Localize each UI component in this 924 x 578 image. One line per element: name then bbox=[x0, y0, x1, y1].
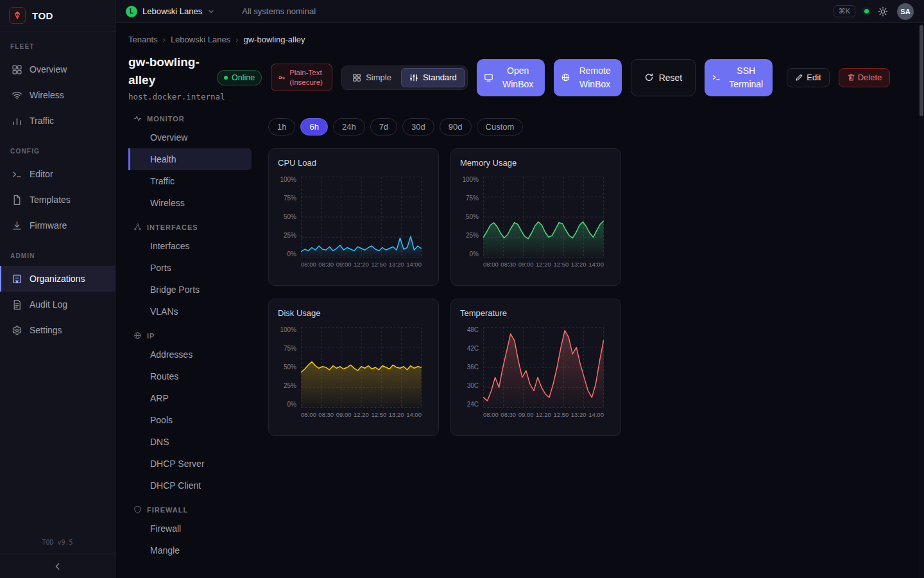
tenant-switcher[interactable]: L Lebowski Lanes bbox=[126, 6, 215, 17]
reset-label: Reset bbox=[659, 73, 683, 83]
subnav-item-pools[interactable]: Pools bbox=[128, 409, 252, 431]
subnav-section-text: MONITOR bbox=[147, 115, 185, 123]
scrollbar-thumb[interactable] bbox=[920, 25, 923, 116]
x-tick-label: 08:00 bbox=[301, 411, 316, 418]
delete-button[interactable]: Delete bbox=[839, 68, 891, 87]
x-tick-label: 12:50 bbox=[553, 411, 569, 418]
sidebar-item-wireless[interactable]: Wireless bbox=[0, 82, 115, 108]
audit-icon bbox=[12, 299, 22, 310]
subnav-item-addresses[interactable]: Addresses bbox=[128, 344, 252, 365]
x-axis-labels: 08:0008:3009:0012:2012:5013:2014:00 bbox=[301, 411, 422, 418]
theme-toggle-sun-icon[interactable] bbox=[878, 6, 888, 17]
sidebar-item-templates[interactable]: Templates bbox=[0, 187, 115, 213]
top-bar-actions: ⌘K SA bbox=[834, 3, 914, 20]
subnav-item-traffic[interactable]: Traffic bbox=[128, 170, 252, 192]
x-tick-label: 09:00 bbox=[336, 411, 352, 418]
sidebar-item-audit-log[interactable]: Audit Log bbox=[0, 292, 115, 317]
open-winbox-label: Open WinBox bbox=[499, 64, 538, 91]
subnav-item-mangle[interactable]: Mangle bbox=[128, 539, 252, 561]
y-tick-label: 0% bbox=[287, 401, 296, 408]
subnav-item-ports[interactable]: Ports bbox=[128, 257, 252, 279]
sidebar-item-traffic[interactable]: Traffic bbox=[0, 108, 115, 134]
shield-icon bbox=[133, 505, 142, 514]
subnav-item-routes[interactable]: Routes bbox=[128, 365, 252, 387]
subnav-item-dhcp-server[interactable]: DHCP Server bbox=[128, 453, 252, 475]
breadcrumb-item-gw-bowling-alley: gw-bowling-alley bbox=[243, 35, 305, 44]
subnav-section-label-interfaces: INTERFACES bbox=[133, 223, 252, 231]
chart-card-temperature: Temperature48C42C36C30C24C08:0008:3009:0… bbox=[450, 299, 621, 436]
sidebar-item-organizations[interactable]: Organizations bbox=[0, 266, 115, 292]
sidebar-item-editor[interactable]: Editor bbox=[0, 161, 115, 187]
chart-plot bbox=[483, 177, 604, 258]
mode-standard-button[interactable]: Standard bbox=[401, 68, 465, 87]
page-title: gw-bowling-alley bbox=[128, 53, 208, 89]
subnav-section-label-firewall: FIREWALL bbox=[133, 505, 252, 514]
subnav-section-text: INTERFACES bbox=[147, 223, 198, 231]
app-logo bbox=[9, 7, 26, 24]
subnav-item-interfaces[interactable]: Interfaces bbox=[128, 235, 252, 257]
reset-button[interactable]: Reset bbox=[631, 59, 696, 96]
time-range-24h[interactable]: 24h bbox=[333, 118, 365, 136]
open-winbox-button[interactable]: Open WinBox bbox=[477, 59, 545, 96]
y-tick-label: 25% bbox=[466, 232, 479, 239]
y-tick-label: 48C bbox=[467, 327, 479, 333]
x-tick-label: 14:00 bbox=[588, 261, 604, 268]
time-range-6h[interactable]: 6h bbox=[300, 118, 327, 136]
x-tick-label: 13:20 bbox=[571, 411, 586, 418]
breadcrumb: Tenants›Lebowski Lanes›gw-bowling-alley bbox=[128, 35, 909, 44]
y-tick-label: 75% bbox=[466, 195, 479, 202]
time-range-1h[interactable]: 1h bbox=[268, 118, 295, 136]
remote-winbox-button[interactable]: Remote WinBox bbox=[554, 59, 622, 96]
sliders-icon bbox=[409, 73, 418, 82]
subnav-item-wireless[interactable]: Wireless bbox=[128, 192, 252, 214]
breadcrumb-item-tenants[interactable]: Tenants bbox=[128, 35, 158, 44]
edit-button[interactable]: Edit bbox=[787, 68, 829, 87]
y-tick-label: 100% bbox=[462, 177, 479, 183]
globe-icon bbox=[133, 331, 142, 340]
user-avatar[interactable]: SA bbox=[897, 3, 914, 20]
edit-label: Edit bbox=[807, 73, 821, 82]
y-tick-label: 25% bbox=[284, 232, 296, 239]
time-range-30d[interactable]: 30d bbox=[402, 118, 434, 136]
sidebar-item-firmware[interactable]: Firmware bbox=[0, 213, 115, 238]
health-status-dot bbox=[864, 9, 869, 13]
online-dot-icon bbox=[224, 76, 228, 80]
subnav-section-text: FIREWALL bbox=[147, 506, 188, 514]
sidebar-item-label: Firmware bbox=[30, 220, 67, 231]
subnav-item-firewall[interactable]: Firewall bbox=[128, 518, 252, 539]
chart-title: Memory Usage bbox=[460, 158, 612, 168]
chart-plot bbox=[483, 327, 604, 408]
subnav-item-bridge-ports[interactable]: Bridge Ports bbox=[128, 279, 252, 301]
sidebar-item-overview[interactable]: Overview bbox=[0, 57, 115, 82]
time-range-custom[interactable]: Custom bbox=[477, 118, 524, 136]
y-tick-label: 75% bbox=[284, 346, 296, 352]
subnav-item-health[interactable]: Health bbox=[128, 148, 252, 170]
chart-title: Temperature bbox=[460, 308, 612, 318]
sidebar-section-label: CONFIG bbox=[0, 148, 115, 155]
y-axis-labels: 100%75%50%25%0% bbox=[278, 327, 301, 408]
breadcrumb-separator-icon: › bbox=[235, 35, 238, 44]
x-tick-label: 12:20 bbox=[536, 261, 551, 268]
subnav-item-arp[interactable]: ARP bbox=[128, 387, 252, 409]
subnav-item-dhcp-client[interactable]: DHCP Client bbox=[128, 475, 252, 496]
status-badge: Online bbox=[217, 70, 262, 85]
x-tick-label: 08:30 bbox=[501, 411, 516, 418]
subnav-item-overview[interactable]: Overview bbox=[128, 127, 252, 148]
tenant-name: Lebowski Lanes bbox=[142, 6, 202, 16]
breadcrumb-item-lebowski-lanes[interactable]: Lebowski Lanes bbox=[171, 35, 230, 44]
time-range-7d[interactable]: 7d bbox=[370, 118, 397, 136]
sidebar-collapse-button[interactable] bbox=[0, 554, 115, 578]
subnav-item-vlans[interactable]: VLANs bbox=[128, 301, 252, 322]
scrollbar-track[interactable] bbox=[919, 24, 924, 578]
mode-simple-button[interactable]: Simple bbox=[344, 68, 400, 87]
time-range-90d[interactable]: 90d bbox=[440, 118, 472, 136]
command-palette-shortcut[interactable]: ⌘K bbox=[834, 5, 855, 17]
sidebar-item-settings[interactable]: Settings bbox=[0, 317, 115, 343]
download-icon bbox=[12, 220, 22, 231]
chart-grid: CPU Load100%75%50%25%0%08:0008:3009:0012… bbox=[268, 148, 621, 436]
x-tick-label: 08:00 bbox=[483, 261, 499, 268]
ssh-terminal-button[interactable]: SSH Terminal bbox=[705, 59, 773, 96]
subnav-item-dns[interactable]: DNS bbox=[128, 431, 252, 453]
subnav-section-text: IP bbox=[147, 332, 155, 340]
x-tick-label: 13:20 bbox=[571, 261, 586, 268]
